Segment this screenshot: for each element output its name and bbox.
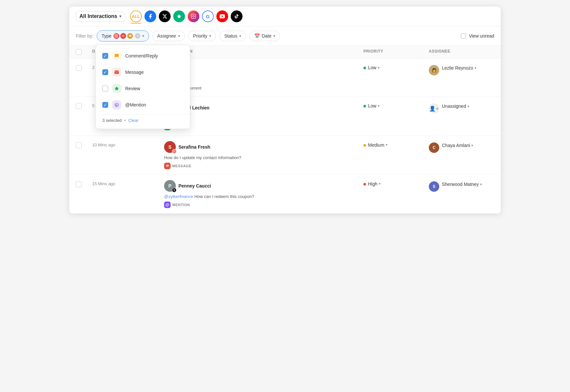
row-1-content: 👤 ... ...and e tell me my current [164,64,363,91]
row-1-priority: Low ▾ [363,64,429,70]
row-1-checkbox[interactable] [76,65,82,71]
priority-dot-high [363,183,366,186]
calendar-icon: 📅 [254,33,260,39]
chat-type-icon: 💬 [127,33,133,39]
channel-all[interactable]: ALL [130,10,142,22]
row-4-checkbox[interactable] [76,181,82,187]
status-chevron-icon: ▾ [239,34,241,38]
row-1-message: ...and [164,77,363,83]
assignee-chevron-icon: ▾ [178,34,180,38]
mention-tag-label: MENTION [172,203,190,207]
svg-point-3 [116,35,117,36]
table-row: 15 Mins ago P Penney Caucci @zylkerfinan… [69,175,501,214]
comment-icon [112,51,121,60]
channel-tiktok[interactable] [231,10,243,22]
row-2-message: Great Service [164,116,363,122]
type-filter-button[interactable]: Type ✉ 💬 ✕ ▾ [97,30,149,41]
priority-dot-low [363,105,366,107]
row-4-assignee: S Sherwood Matney ▾ [429,180,494,192]
row-2-checkbox[interactable] [76,103,82,109]
svg-text:@: @ [115,104,118,106]
channel-facebook[interactable] [144,10,156,22]
channel-instagram[interactable] [188,10,199,22]
row-4-check[interactable] [76,180,92,187]
row-4-priority: High ▾ [363,180,429,187]
channel-google[interactable]: G [202,10,214,22]
row-2-priority: Low ▾ [363,102,429,108]
row-3-time: 10 Mins ago [92,141,164,147]
row-3-checkbox[interactable] [76,142,82,148]
status-filter-button[interactable]: Status ▾ [219,31,246,41]
top-nav: All Interactions ▾ ALL G [69,7,501,26]
select-all-checkbox[interactable] [76,49,82,55]
all-interactions-label: All Interactions [79,13,117,19]
mention-link[interactable]: @zylkerfinance [164,194,193,199]
priority-chevron-icon: ▾ [209,34,211,38]
priority-dot-low [363,67,366,69]
status-label: Status [224,33,237,39]
channel-trustpilot[interactable] [173,10,185,22]
row-2-priority-label[interactable]: Low ▾ [368,103,380,108]
date-chevron-icon: ▾ [273,34,275,38]
row-2-type-tag: REVIEW [164,124,363,130]
comment-checkbox[interactable]: ✓ [102,53,108,59]
row-4-type-tag: @ MENTION [164,202,363,208]
selected-count: 3 selected [102,118,122,123]
row-4-message: @zylkerfinance How can I redeem this cou… [164,194,363,200]
row-1-priority-label[interactable]: Low ▾ [368,65,380,70]
date-filter-button[interactable]: 📅 Date ▾ [249,31,280,41]
filter-by-label: Filter by: [76,33,93,39]
row-3-assignee-avatar: C [429,142,439,153]
view-unread-checkbox[interactable] [461,33,466,39]
row-4-priority-label[interactable]: High ▾ [368,181,381,187]
row-4-content: P Penney Caucci @zylkerfinance How can I… [164,180,363,208]
review-checkbox[interactable] [102,86,108,91]
table-row: 10 Mins ago S Serafina Fresh How do I up… [69,136,501,175]
message-icon [112,68,121,77]
row-4-time: 15 Mins ago [92,180,164,186]
channel-icons: ALL G [130,10,243,22]
channel-twitter[interactable] [159,10,171,22]
type-filter-clear-icon[interactable]: ✕ [135,33,140,39]
type-dropdown: ✓ Comment/Reply ✓ Message Review [95,45,190,129]
row-4-assignee-name[interactable]: Sherwood Matney ▾ [442,181,482,187]
row-2-unassigned-icon: 👤+ [429,103,439,114]
row-3-check[interactable] [76,141,92,148]
mention-tag-icon: @ [164,202,171,208]
row-3-priority-label[interactable]: Medium ▾ [368,142,388,148]
row-1-assignee: 👩 Lezlie Reynozo ▾ [429,64,494,75]
svg-rect-2 [115,35,118,37]
row-1-assignee-name[interactable]: Lezlie Reynozo ▾ [442,65,477,71]
all-interactions-dropdown[interactable]: All Interactions ▾ [76,11,125,22]
row-3-message: How do I update my contact information? [164,155,363,161]
assignee-filter-button[interactable]: Assignee ▾ [152,31,185,41]
th-priority: PRIORITY [363,49,429,55]
ig-type-icon [113,33,119,39]
row-1-message2: e tell me my current [164,85,363,91]
dropdown-item-review[interactable]: Review [96,80,190,97]
row-3-avatar-container: S [164,141,176,153]
dropdown-item-mention[interactable]: ✓ @ @Mention [96,97,190,113]
view-unread-toggle[interactable]: View unread [461,33,494,39]
mention-checkbox[interactable]: ✓ [102,102,108,108]
row-3-assignee-name[interactable]: Chaya Amlani ▾ [442,142,473,148]
row-3-content: S Serafina Fresh How do I update my cont… [164,141,363,169]
review-label: Review [125,86,140,91]
assignee-label: Assignee [157,33,176,39]
message-label: Message [125,70,144,75]
row-3-priority: Medium ▾ [363,141,429,148]
priority-label: Priority [193,33,208,39]
filter-bar: Filter by: Type ✉ 💬 ✕ ▾ Assignee ▾ Prior… [69,26,501,46]
row-1-check[interactable] [76,64,92,71]
message-checkbox[interactable]: ✓ [102,69,108,75]
row-2-assignee-name[interactable]: Unassigned ▾ [442,103,469,109]
clear-button[interactable]: Clear [128,118,139,123]
th-assignee: ASSIGNEE [429,49,494,55]
comment-label: Comment/Reply [125,53,158,58]
priority-filter-button[interactable]: Priority ▾ [188,31,216,41]
row-2-check[interactable] [76,102,92,109]
th-interaction: INTERACTION [164,49,363,55]
dropdown-item-comment[interactable]: ✓ Comment/Reply [96,48,190,64]
channel-youtube[interactable] [216,10,228,22]
dropdown-item-message[interactable]: ✓ Message [96,64,190,80]
